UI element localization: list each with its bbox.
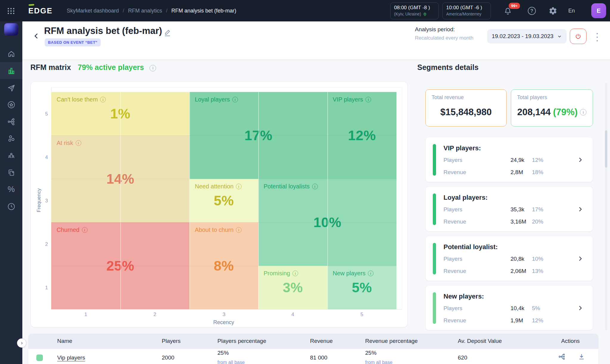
info-icon[interactable]: i [368, 271, 374, 276]
download-icon [578, 353, 586, 361]
apps-grid-glyph [7, 7, 15, 15]
open-segment-button[interactable] [577, 304, 583, 313]
segment-need-attention[interactable]: Need attentioni 5% [189, 179, 258, 222]
segment-vip-players[interactable]: VIP playersi 12% [327, 92, 396, 179]
brand-logo[interactable]: EDGE [28, 6, 53, 15]
edit-title-button[interactable] [163, 28, 172, 38]
segment-potential-loyalists[interactable]: Potential loyalistsi 10% [258, 179, 396, 266]
deactivate-analysis-button[interactable] [570, 29, 586, 44]
open-segment-button[interactable] [577, 255, 583, 263]
info-icon[interactable]: i [580, 109, 586, 115]
workspace-logo[interactable] [4, 23, 18, 36]
logo-text: EDGE [28, 6, 53, 15]
panel-scrollbar-track [605, 83, 607, 330]
y-tick: 4 [40, 154, 48, 160]
total-revenue-card: Total revenue $15,848,980 [425, 89, 507, 126]
segment-new-players[interactable]: New playersi 5% [327, 266, 396, 309]
chevron-right-icon [577, 304, 583, 312]
revenue-row-value: 3,16M [511, 218, 526, 225]
players-row-value: 20,8k [511, 256, 524, 262]
info-icon[interactable]: i [312, 184, 318, 189]
y-tick: 5 [40, 111, 48, 117]
sidebar-item-segments[interactable] [0, 130, 22, 147]
y-tick: 2 [40, 241, 48, 247]
segment-label: Can't lose them [57, 96, 98, 103]
logo-accent-mark [29, 4, 34, 6]
row-players: 2000 [162, 354, 174, 361]
row-players-percentage-note[interactable]: from all base [217, 360, 245, 364]
total-players-card: Total players 208,144 (79%) i [511, 89, 593, 126]
users-icon [7, 151, 16, 160]
info-icon[interactable]: i [236, 184, 242, 189]
info-icon[interactable]: i [82, 227, 88, 233]
revenue-row-value: 2,8M [511, 169, 523, 176]
x-tick: 4 [287, 312, 299, 318]
segment-detail-card-loyal[interactable]: Loyal players: Players 35,3k 17% Revenue… [425, 186, 593, 232]
sidebar-item-promotions[interactable]: % [0, 181, 22, 198]
column-header-actions: Actions [561, 338, 580, 344]
sidebar-expand-button[interactable] [17, 338, 26, 348]
analysis-period-label: Analysis period: [415, 26, 455, 33]
revenue-row-label: Revenue [444, 317, 466, 324]
sidebar-item-players[interactable] [0, 147, 22, 164]
sidebar-item-analytics[interactable] [0, 62, 22, 79]
segment-loyal-players[interactable]: Loyal playersi 17% [189, 92, 327, 179]
row-action-download-button[interactable] [578, 353, 586, 362]
breadcrumb-item-rfm-analytics[interactable]: RFM analytics [128, 8, 162, 14]
apps-grid-icon[interactable] [7, 7, 15, 15]
row-revenue-percentage-note[interactable]: from all base [365, 360, 393, 364]
timezone-location: (Kyiv, Ukraine) [394, 12, 421, 16]
open-segment-button[interactable] [577, 156, 583, 165]
segment-color-swatch [36, 354, 43, 361]
copy-icon [7, 168, 16, 177]
info-icon[interactable]: i [365, 97, 371, 102]
total-players-label: Total players [517, 94, 587, 101]
info-icon[interactable]: i [232, 97, 238, 102]
table-header-row: Name Players Players percentage Revenue … [28, 334, 598, 349]
timezone-chip-monterrey[interactable]: 10:00 (GMT -6 ) America/Monterrey [442, 2, 491, 19]
date-range-selector[interactable]: 19.02.2023 - 19.03.2023 [487, 29, 567, 43]
info-icon[interactable]: i [150, 65, 156, 71]
segment-promising[interactable]: Promisingi 3% [258, 266, 327, 309]
panel-scrollbar-thumb[interactable] [605, 130, 607, 168]
row-name-link[interactable]: Vip players [57, 354, 85, 361]
players-row-label: Players [444, 305, 462, 312]
timezone-chip-kyiv[interactable]: 08:00 (GMT -8 ) (Kyiv, Ukraine) [390, 2, 439, 19]
segment-about-to-churn[interactable]: About to churni 8% [189, 222, 258, 309]
settings-gear-icon[interactable] [549, 7, 557, 16]
info-icon[interactable]: i [76, 140, 81, 146]
clock-icon [7, 202, 16, 211]
players-row-label: Players [444, 157, 462, 163]
back-button[interactable] [32, 32, 41, 40]
sidebar-item-campaigns[interactable] [0, 79, 22, 96]
info-icon[interactable]: i [100, 97, 106, 102]
column-header-players: Players [162, 338, 180, 344]
segment-detail-card-vip[interactable]: VIP players: Players 24,9k 12% Revenue 2… [425, 137, 593, 182]
notification-count-badge: 99+ [508, 2, 521, 10]
segment-detail-card-new[interactable]: New players: Players 10,4k 5% Revenue 1,… [425, 285, 593, 330]
segment-detail-card-potential[interactable]: Potential loyalist: Players 20,8k 10% Re… [425, 236, 593, 281]
sidebar-item-templates[interactable] [0, 164, 22, 181]
sidebar-item-flows[interactable] [0, 113, 22, 130]
x-tick: 3 [218, 312, 230, 318]
sidebar-item-home[interactable] [0, 45, 22, 62]
language-switcher[interactable]: En [568, 8, 575, 14]
plot-top-line [51, 87, 402, 88]
open-segment-button[interactable] [577, 206, 583, 214]
gear-glyph [549, 7, 557, 15]
info-icon[interactable]: i [236, 227, 242, 233]
revenue-row-value: 2,06M [511, 268, 526, 274]
user-avatar[interactable]: E [591, 3, 606, 18]
segment-churned[interactable]: Churnedi 25% [51, 222, 189, 309]
column-header-revenue: Revenue [310, 338, 333, 344]
sidebar-item-history[interactable] [0, 198, 22, 215]
sidebar-item-loyalty[interactable] [0, 96, 22, 113]
help-icon[interactable]: ? [528, 7, 536, 15]
more-options-button[interactable] [594, 32, 600, 42]
info-icon[interactable]: i [292, 271, 298, 276]
row-action-flow-button[interactable] [558, 353, 566, 362]
breadcrumb-item-dashboard[interactable]: SkyMarket dashboard [67, 8, 119, 14]
segment-label: VIP players [333, 96, 363, 103]
segment-at-risk[interactable]: At riski 14% [51, 135, 189, 222]
segment-cant-lose-them[interactable]: Can't lose themi 1% [51, 92, 189, 135]
